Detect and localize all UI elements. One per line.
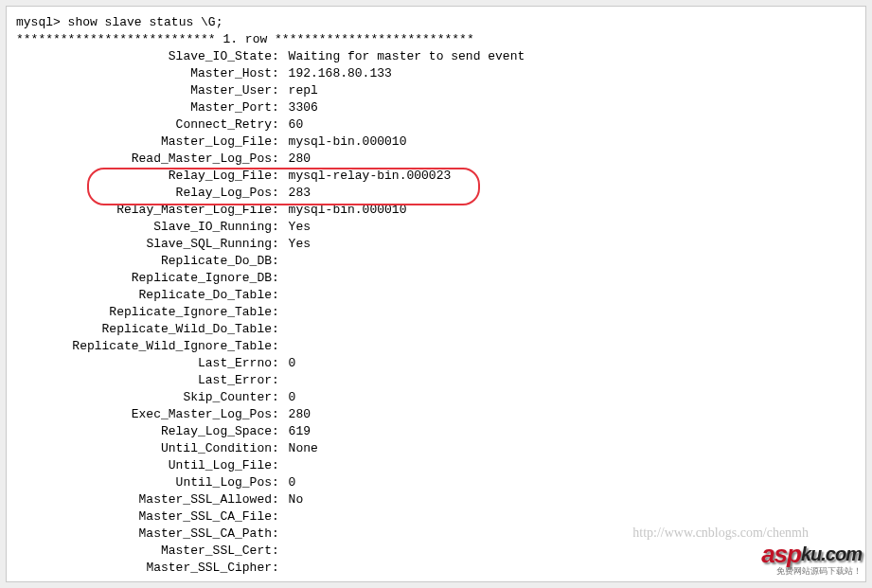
status-value: mysql-bin.000010 [287, 202, 407, 219]
status-label: Read_Master_Log_Pos [16, 151, 272, 168]
status-row: Until_Log_File: [16, 457, 856, 474]
status-row: Replicate_Wild_Do_Table: [16, 321, 856, 338]
status-value: 3306 [287, 99, 318, 116]
status-row: Skip_Counter: 0 [16, 389, 856, 406]
status-value: 0 [287, 389, 296, 406]
status-value: 283 [287, 185, 311, 202]
status-row: Relay_Log_File: mysql-relay-bin.000023 [16, 168, 856, 185]
status-label: Replicate_Do_DB [16, 253, 272, 270]
status-value: 280 [287, 151, 311, 168]
status-row: Connect_Retry: 60 [16, 116, 856, 134]
status-row: Relay_Master_Log_File: mysql-bin.000010 [16, 202, 856, 219]
status-value: Yes [287, 236, 311, 253]
status-label: Until_Log_File [16, 457, 272, 474]
status-row: Replicate_Wild_Ignore_Table: [16, 338, 856, 355]
status-label: Until_Condition [16, 440, 272, 457]
status-value: Yes [287, 219, 311, 236]
status-value: repl [287, 82, 318, 99]
status-label: Relay_Log_Pos [16, 185, 272, 202]
status-row: Until_Condition: None [16, 440, 856, 457]
status-label: Master_SSL_Cert [16, 543, 272, 560]
status-label: Replicate_Ignore_Table [16, 304, 272, 321]
status-label: Master_User [16, 82, 272, 99]
status-value: 192.168.80.133 [287, 65, 392, 82]
status-row: Replicate_Do_DB: [16, 253, 856, 270]
status-row: Slave_IO_State: Waiting for master to se… [16, 48, 856, 65]
status-row: Exec_Master_Log_Pos: 280 [16, 406, 856, 423]
status-rows: Slave_IO_State: Waiting for master to se… [16, 48, 856, 577]
status-label: Slave_IO_Running [16, 219, 272, 236]
status-label: Relay_Log_Space [16, 423, 272, 440]
status-row: Slave_IO_Running: Yes [16, 219, 856, 236]
status-row: Master_SSL_Allowed: No [16, 491, 856, 508]
status-row: Relay_Log_Space: 619 [16, 423, 856, 440]
status-label: Connect_Retry [16, 116, 272, 134]
row-header: *************************** 1. row *****… [16, 31, 856, 48]
status-label: Master_Host [16, 65, 272, 82]
status-row: Master_Log_File: mysql-bin.000010 [16, 134, 856, 151]
status-row: Slave_SQL_Running: Yes [16, 236, 856, 253]
status-label: Last_Errno [16, 355, 272, 372]
status-row: Replicate_Ignore_Table: [16, 304, 856, 321]
status-label: Last_Error [16, 372, 272, 389]
status-row: Master_User: repl [16, 82, 856, 99]
status-label: Replicate_Ignore_DB [16, 270, 272, 287]
status-value: None [287, 440, 318, 457]
status-label: Exec_Master_Log_Pos [16, 406, 272, 423]
prompt-line: mysql> show slave status \G; [16, 14, 856, 31]
status-value: mysql-bin.000010 [287, 134, 407, 151]
status-label: Replicate_Wild_Ignore_Table [16, 338, 272, 355]
status-row: Relay_Log_Pos: 283 [16, 185, 856, 202]
status-label: Master_SSL_CA_File [16, 508, 272, 526]
status-label: Relay_Master_Log_File [16, 202, 272, 219]
status-value: 0 [287, 355, 296, 372]
status-row: Master_Port: 3306 [16, 99, 856, 116]
status-label: Master_SSL_CA_Path [16, 526, 272, 543]
status-value: mysql-relay-bin.000023 [287, 168, 452, 185]
status-label: Master_SSL_Cipher [16, 560, 272, 577]
status-row: Last_Errno: 0 [16, 355, 856, 372]
status-label: Master_Port [16, 99, 272, 116]
status-row: Read_Master_Log_Pos: 280 [16, 151, 856, 168]
status-label: Master_SSL_Allowed [16, 491, 272, 508]
status-value: 60 [287, 116, 304, 134]
status-label: Skip_Counter [16, 389, 272, 406]
status-row: Master_SSL_Cipher: [16, 560, 856, 577]
status-value: 619 [287, 423, 311, 440]
status-label: Master_Log_File [16, 134, 272, 151]
status-row: Master_SSL_CA_File: [16, 508, 856, 526]
status-value: 0 [287, 474, 296, 491]
status-row: Last_Error: [16, 372, 856, 389]
status-label: Relay_Log_File [16, 168, 272, 185]
status-row: Replicate_Do_Table: [16, 287, 856, 304]
status-value: No [287, 491, 304, 508]
status-value: 280 [287, 406, 311, 423]
status-row: Master_SSL_Cert: [16, 543, 856, 560]
status-value: Waiting for master to send event [287, 48, 525, 65]
status-row: Replicate_Ignore_DB: [16, 270, 856, 287]
status-row: Master_Host: 192.168.80.133 [16, 65, 856, 82]
terminal-window: mysql> show slave status \G; ***********… [6, 6, 866, 582]
status-label: Until_Log_Pos [16, 474, 272, 491]
status-row: Until_Log_Pos: 0 [16, 474, 856, 491]
status-label: Slave_SQL_Running [16, 236, 272, 253]
status-label: Replicate_Do_Table [16, 287, 272, 304]
status-row: Master_SSL_CA_Path: [16, 526, 856, 543]
status-label: Slave_IO_State [16, 48, 272, 65]
status-label: Replicate_Wild_Do_Table [16, 321, 272, 338]
